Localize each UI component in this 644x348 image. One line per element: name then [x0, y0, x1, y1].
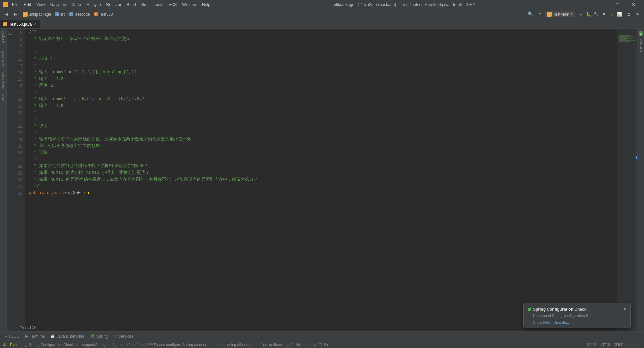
sep2: › — [66, 12, 68, 16]
filetab-test350[interactable]: Test350.java ✕ — [0, 20, 40, 28]
menu-edit[interactable]: Edit — [21, 2, 34, 8]
java-enterprise-icon: ☕ — [50, 334, 55, 338]
database-label[interactable]: Database — [639, 39, 643, 52]
menu-build[interactable]: Build — [124, 2, 139, 8]
todo-label: TODO — [8, 334, 19, 339]
project-name[interactable]: untilpackage — [29, 12, 51, 17]
line-8[interactable]: ▼ 8 — [7, 29, 25, 36]
settings-button[interactable]: ⚙ — [536, 10, 544, 18]
cursor-position[interactable]: 32:23 — [587, 343, 597, 347]
menu-code[interactable]: Code — [69, 2, 84, 8]
minimize-button[interactable]: ─ — [594, 0, 609, 9]
line-14: 14 — [7, 70, 25, 76]
line-26: 26 — [7, 150, 25, 157]
line-11: 11 — [7, 50, 25, 56]
database-icon[interactable]: D — [639, 31, 643, 36]
menu-window[interactable]: Window — [179, 2, 199, 8]
toolbar: ◀ ▶ P untilpackage › s src › p leetcode … — [0, 9, 644, 19]
debug-button[interactable]: 🐛 — [585, 11, 592, 18]
line-9: 9 — [7, 36, 25, 43]
sidebar-item-project[interactable]: 1-Project — [1, 29, 6, 48]
menu-file[interactable]: File — [9, 2, 21, 8]
back-button[interactable]: ◀ — [2, 10, 11, 18]
forward-button[interactable]: ▶ — [11, 10, 20, 18]
menu-help[interactable]: Help — [199, 2, 213, 8]
coverage-button[interactable]: ☂ — [608, 11, 615, 18]
menu-vcs[interactable]: VCS — [166, 2, 180, 8]
code-line-29: * 如果 nums1 的大小比 nums2 小很多，哪种方法更优？ — [25, 169, 617, 176]
tab-spring[interactable]: 🌿 Spring — [88, 333, 111, 340]
warning-count: 1 — [7, 343, 9, 347]
run-button[interactable]: ▶ — [577, 11, 585, 18]
terminal-button[interactable]: ⌨ — [633, 10, 642, 18]
menu-tools[interactable]: Tools — [151, 2, 166, 8]
menu-refactor[interactable]: Refactor — [104, 2, 124, 8]
line-21: 21 — [7, 117, 25, 123]
sidebar-item-structure[interactable]: Z-Structure — [1, 48, 6, 70]
profile-button[interactable]: 📊 — [616, 11, 623, 18]
line-16: 16 — [7, 83, 25, 90]
run-config-icon — [547, 12, 552, 17]
code-line-26: * 进阶: — [25, 149, 617, 156]
spring-icon: 🌿 — [90, 334, 95, 338]
line-separator[interactable]: CRLF — [613, 343, 623, 347]
code-line-17: * — [25, 89, 617, 96]
run-config-dropdown-icon[interactable]: ▼ — [571, 12, 573, 16]
code-line-23: * — [25, 129, 617, 136]
search-everywhere-button[interactable]: 🔍 — [526, 10, 535, 18]
src-name[interactable]: src — [60, 12, 65, 17]
menu-run[interactable]: Run — [139, 2, 151, 8]
terminal-tab-icon: ▶ — [25, 334, 28, 338]
tab-terminal[interactable]: ▶ Terminal — [23, 333, 47, 340]
code-line-8: /** — [25, 29, 617, 36]
line-31: 31 — [7, 184, 25, 190]
run-config-name[interactable]: TestMain — [553, 12, 569, 17]
build-button[interactable]: 🔨 — [593, 11, 600, 18]
event-log-button[interactable]: ⚠ 1 Event Log — [3, 342, 27, 347]
line-28: 28 — [7, 163, 25, 170]
code-line-21: * — [25, 116, 617, 123]
notification-expand-icon[interactable]: ▼ — [624, 307, 626, 312]
maximize-button[interactable]: □ — [610, 0, 625, 9]
sidebar-item-web[interactable]: Web — [1, 92, 6, 104]
left-tool-window-bar: 1-Project Z-Structure 2-Favorites Web — [0, 29, 7, 331]
status-right: 32:23 UTF-8 CRLF 4 spaces — [587, 343, 641, 347]
code-line-14: * 输入: nums1 = [1,2,2,1], nums2 = [2,2] — [25, 69, 617, 76]
menu-analyze[interactable]: Analyze — [84, 2, 104, 8]
spring-label: Spring — [96, 334, 108, 339]
bottom-tool-tabs: ≡ TODO ▶ Terminal ☕ Java Enterprise 🌿 Sp… — [0, 331, 644, 341]
notification-header: Spring Configuration Check ▼ — [528, 307, 626, 312]
code-line-18: * 输入: nums1 = [4,9,5], nums2 = [9,4,9,8,… — [25, 96, 617, 102]
tab-java-enterprise[interactable]: ☕ Java Enterprise — [48, 333, 87, 340]
code-line-12: * 示例 1: — [25, 56, 617, 62]
filetab-close-icon[interactable]: ✕ — [33, 22, 36, 27]
line-19: 19 — [7, 103, 25, 110]
menu-view[interactable]: View — [34, 2, 48, 8]
encoding[interactable]: UTF-8 — [600, 343, 610, 347]
package-name[interactable]: leetcode — [74, 12, 90, 17]
code-line-15: * 输出: [2,2] — [25, 76, 617, 82]
indent[interactable]: 4 spaces — [627, 343, 641, 347]
sidebar-item-favorites[interactable]: 2-Favorites — [1, 70, 6, 92]
code-line-25: * 我们可以不考虑输出结果的顺序。 — [25, 143, 617, 149]
show-help-link[interactable]: Show Help — [533, 320, 551, 324]
line-23: 23 — [7, 130, 25, 137]
code-line-30: * 如果 nums2 的元素存储在磁盘上，磁盘内存是有限的，并且你不能一次加载所… — [25, 176, 617, 183]
line-25: 25 — [7, 143, 25, 150]
svg-text:P: P — [24, 13, 25, 16]
tab-todo[interactable]: ≡ TODO — [2, 333, 22, 340]
stop-button[interactable]: ■ — [600, 11, 608, 18]
code-line-20: * — [25, 109, 617, 116]
run-buttons: ▶ 🐛 🔨 ■ ☂ 📊 — [577, 11, 623, 18]
tab-services[interactable]: ⚙ Services — [111, 333, 136, 340]
file-name[interactable]: Test350 — [99, 12, 113, 17]
disable-link[interactable]: Disable... — [553, 320, 569, 324]
close-button[interactable]: ✕ — [626, 0, 641, 9]
code-editor[interactable]: /** * 给定两个数组，编写一个函数来计算它们的交集。 * * 示例 1: *… — [25, 29, 617, 331]
vcs-button[interactable]: 🗂 — [624, 10, 633, 18]
todo-icon: ≡ — [5, 334, 7, 338]
menu-navigate[interactable]: Navigate — [48, 2, 69, 8]
line-12: 12 — [7, 56, 25, 63]
fold-icon-8[interactable]: ▼ — [8, 29, 10, 36]
window-controls: ─ □ ✕ — [594, 0, 641, 9]
